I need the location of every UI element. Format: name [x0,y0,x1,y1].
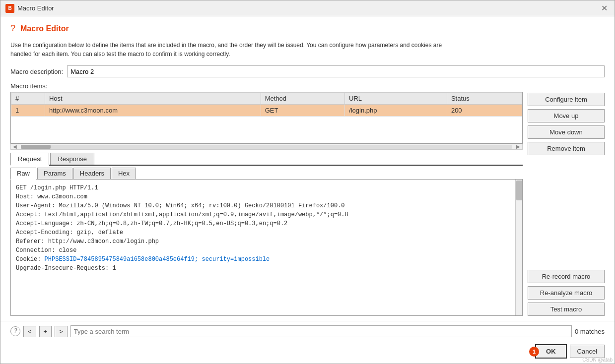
matches-text: 0 matches [575,328,605,335]
cell-host: http://www.c3moon.com [45,105,261,117]
request-line2: Host: www.c3moon.com [16,192,517,201]
tabs-container: Request Response Raw Params Headers Hex … [10,153,523,316]
cell-num: 1 [11,105,45,117]
footer-buttons: 1 OK Cancel [0,341,615,364]
right-panel: Configure item Move up Move down Remove … [528,92,605,316]
ok-button[interactable]: OK [535,344,567,359]
close-button[interactable]: ✕ [599,3,610,13]
subtab-raw[interactable]: Raw [10,168,36,180]
cancel-button[interactable]: Cancel [570,345,605,358]
scrollbar-thumb[interactable] [21,145,51,149]
cell-url: /login.php [345,105,447,117]
titlebar-title: Macro Editor [17,4,54,12]
dialog-title: Macro Editor [20,24,69,33]
move-down-button[interactable]: Move down [528,125,605,139]
right-panel-spacer [528,158,605,267]
scroll-right-arrow[interactable]: ▶ [514,144,522,149]
col-header-status: Status [447,93,522,105]
search-add-button[interactable]: + [39,326,52,337]
tab-response[interactable]: Response [50,153,94,165]
header-section: Macro Editor [20,24,69,33]
macro-description-input[interactable] [67,65,605,77]
cookie-value: PHPSESSID=7845895475849a1658e800a485e64f… [45,256,270,263]
ok-badge: 1 [529,347,539,357]
bottom-bar: ? < + > 0 matches [0,321,615,341]
col-header-host: Host [45,93,261,105]
col-header-url: URL [345,93,447,105]
request-line1: GET /login.php HTTP/1.1 [16,183,517,192]
horizontal-scrollbar[interactable]: ◀ ▶ [10,144,523,150]
titlebar: B Macro Editor ✕ [0,0,615,16]
subtab-headers[interactable]: Headers [73,168,111,179]
macro-items-table-container[interactable]: # Host Method URL Status 1 http://www.c3… [10,92,523,144]
scroll-left-arrow[interactable]: ◀ [11,144,19,149]
cell-method: GET [261,105,344,117]
table-row[interactable]: 1 http://www.c3moon.com GET /login.php 2… [11,105,522,117]
re-analyze-macro-button[interactable]: Re-analyze macro [528,286,605,300]
request-cookie-line: Cookie: PHPSESSID=7845895475849a1658e800… [16,255,517,264]
macro-description-label: Macro description: [10,68,63,75]
titlebar-left: B Macro Editor [5,4,54,13]
subtab-row: Raw Params Headers Hex [10,168,523,180]
cookie-prefix: Cookie: [16,256,45,263]
vertical-scrollbar[interactable] [515,180,522,315]
cell-status: 200 [447,105,522,117]
test-macro-button[interactable]: Test macro [528,303,605,316]
main-tab-row: Request Response [10,153,523,166]
macro-editor-dialog: B Macro Editor ✕ ? Macro Editor Use the … [0,0,615,364]
request-line6: Accept-Encoding: gzip, deflate [16,228,517,237]
subtab-params[interactable]: Params [37,168,72,179]
ok-btn-wrapper: 1 OK [535,344,567,359]
request-line3: User-Agent: Mozilla/5.0 (Windows NT 10.0… [16,201,517,210]
configure-item-button[interactable]: Configure item [528,93,605,106]
re-record-macro-button[interactable]: Re-record macro [528,270,605,283]
request-line5: Accept-Language: zh-CN,zh;q=0.8,zh-TW;q=… [16,219,517,228]
macro-description-row: Macro description: [10,65,605,77]
help-icon: ? [10,23,15,34]
request-line10: Upgrade-Insecure-Requests: 1 [16,264,517,273]
left-panel: # Host Method URL Status 1 http://www.c3… [10,92,523,316]
watermark: CSDN @atab [582,357,613,363]
search-next-button[interactable]: > [55,326,68,337]
app-icon: B [5,4,14,13]
main-area: # Host Method URL Status 1 http://www.c3… [10,92,605,316]
col-header-num: # [11,93,45,105]
header-row: ? Macro Editor [10,24,605,34]
request-line7: Referer: http://www.c3moon.com/login.php [16,237,517,246]
scrollbar-track [21,145,512,149]
scrollbar-v-thumb[interactable] [516,181,522,200]
main-content: ? Macro Editor Use the configuration bel… [0,16,615,321]
search-input[interactable] [70,325,572,337]
col-header-method: Method [261,93,344,105]
macro-items-label: Macro items: [10,82,605,90]
request-line8: Connection: close [16,246,517,255]
move-up-button[interactable]: Move up [528,109,605,122]
search-prev-button[interactable]: < [23,326,36,337]
remove-item-button[interactable]: Remove item [528,142,605,155]
search-help-icon[interactable]: ? [10,326,20,336]
request-content-area[interactable]: GET /login.php HTTP/1.1 Host: www.c3moon… [10,180,523,316]
macro-items-table: # Host Method URL Status 1 http://www.c3… [11,92,522,117]
description: Use the configuration below to define th… [10,41,605,59]
subtab-hex[interactable]: Hex [112,168,136,179]
tab-request[interactable]: Request [10,153,49,166]
request-line4: Accept: text/html,application/xhtml+xml,… [16,210,517,219]
